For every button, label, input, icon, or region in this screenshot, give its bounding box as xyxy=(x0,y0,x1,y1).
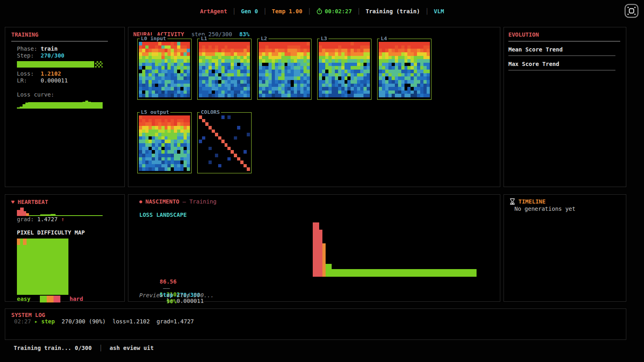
heatmap-cell xyxy=(392,63,395,66)
matrix-cell xyxy=(247,133,250,136)
heatmap-cell xyxy=(171,63,174,66)
heatmap-cell xyxy=(139,133,142,136)
layer-label: L3 xyxy=(320,35,328,42)
legend-easy-label: easy xyxy=(17,296,31,302)
heatmap-cell xyxy=(388,94,392,97)
heatmap-cell xyxy=(171,130,174,133)
heatmap-cell xyxy=(187,143,190,147)
matrix-cell xyxy=(244,122,247,126)
matrix-cell xyxy=(234,143,237,147)
heatmap-cell xyxy=(227,90,231,94)
heatmap-cell xyxy=(208,42,212,45)
heatmap-cell xyxy=(319,45,322,49)
heatmap-cell xyxy=(205,90,208,94)
heatmap-cell xyxy=(145,126,149,130)
heatmap-cell xyxy=(300,63,303,66)
heatmap-cell xyxy=(155,63,158,66)
heatmap-cell xyxy=(285,70,288,73)
matrix-cell xyxy=(218,133,221,136)
heatmap-cell xyxy=(341,70,345,73)
heatmap-cell xyxy=(199,84,202,87)
heatmap-cell xyxy=(357,52,360,56)
heatmap-cell xyxy=(338,59,341,63)
progress-remainder xyxy=(95,61,103,68)
heatmap-cell xyxy=(420,66,423,70)
heatmap-cell xyxy=(259,63,262,66)
matrix-cell xyxy=(237,119,240,123)
heatmap-cell xyxy=(345,45,348,49)
heatmap-cell xyxy=(405,56,408,60)
heatmap-cell xyxy=(225,63,228,66)
heatmap-cell xyxy=(165,56,168,60)
heatmap-cell xyxy=(379,90,382,94)
heatmap-cell xyxy=(262,45,265,49)
heatmap-cell xyxy=(395,45,398,49)
matrix-cell xyxy=(225,167,228,171)
heatmap-cell xyxy=(259,56,262,60)
heatmap-cell xyxy=(234,66,237,70)
heatmap-cell xyxy=(180,140,184,143)
heatmap-cell xyxy=(287,73,291,77)
heatmap-cell xyxy=(363,76,367,80)
heatmap-cell xyxy=(145,154,149,157)
heatmap-cell xyxy=(187,52,190,56)
heatmap-cell xyxy=(357,45,360,49)
matrix-cell xyxy=(231,147,234,150)
heatmap-cell xyxy=(205,56,208,60)
heart-icon: ♥ xyxy=(11,199,14,205)
heatmap-cell xyxy=(427,42,430,45)
heatmap-cell xyxy=(212,45,215,49)
heatmap-cell xyxy=(155,42,158,45)
heatmap-cell xyxy=(414,66,417,70)
loss-curve-sparkline xyxy=(17,100,103,109)
heatmap-cell xyxy=(363,56,367,60)
heatmap-cell xyxy=(423,42,427,45)
heatmap-cell xyxy=(307,63,310,66)
heatmap-cell xyxy=(262,84,265,87)
heatmap-cell xyxy=(240,73,244,77)
matrix-cell xyxy=(247,122,250,126)
layer-heatmap xyxy=(139,115,190,171)
heatmap-cell xyxy=(167,157,171,161)
heatmap-cell xyxy=(165,94,168,97)
heatmap-cell xyxy=(187,140,190,143)
heatmap-cell xyxy=(388,49,392,52)
matrix-cell xyxy=(225,160,228,164)
heatmap-cell xyxy=(341,63,345,66)
lr-value: 0.000011 xyxy=(41,77,68,84)
heatmap-cell xyxy=(398,84,401,87)
heatmap-cell xyxy=(281,49,285,52)
heatmap-cell xyxy=(278,52,281,56)
heatmap-cell xyxy=(187,87,190,90)
matrix-cell xyxy=(218,115,221,119)
heatmap-cell xyxy=(379,73,382,77)
heatmap-cell xyxy=(300,90,303,94)
heatmap-cell xyxy=(177,119,180,123)
heatmap-cell xyxy=(240,90,244,94)
heatmap-cell xyxy=(158,52,161,56)
heatmap-cell xyxy=(307,87,310,90)
layer-heatmap xyxy=(139,42,190,97)
matrix-cell xyxy=(221,167,225,171)
heatmap-cell xyxy=(237,63,240,66)
matrix-cell xyxy=(199,133,202,136)
heatmap-cell xyxy=(167,56,171,60)
heatmap-cell xyxy=(167,59,171,63)
heatmap-cell xyxy=(332,84,335,87)
heatmap-cell xyxy=(262,80,265,84)
heatmap-cell xyxy=(171,66,174,70)
heatmap-cell xyxy=(328,76,332,80)
matrix-cell xyxy=(208,154,212,157)
system-log-panel: SYSTEM LOG 02:27 ▸ step 270/300 (90%) lo… xyxy=(5,309,626,340)
heatmap-cell xyxy=(180,130,184,133)
heatmap-cell xyxy=(237,45,240,49)
heatmap-cell xyxy=(367,73,370,77)
heatmap-cell xyxy=(265,94,268,97)
loss-curve-bar xyxy=(97,102,100,109)
heatmap-cell xyxy=(225,73,228,77)
divider xyxy=(508,56,615,56)
fullscreen-button[interactable] xyxy=(624,3,639,19)
heatmap-cell xyxy=(417,49,420,52)
heatmap-cell xyxy=(149,136,152,140)
heatmap-cell xyxy=(165,126,168,130)
